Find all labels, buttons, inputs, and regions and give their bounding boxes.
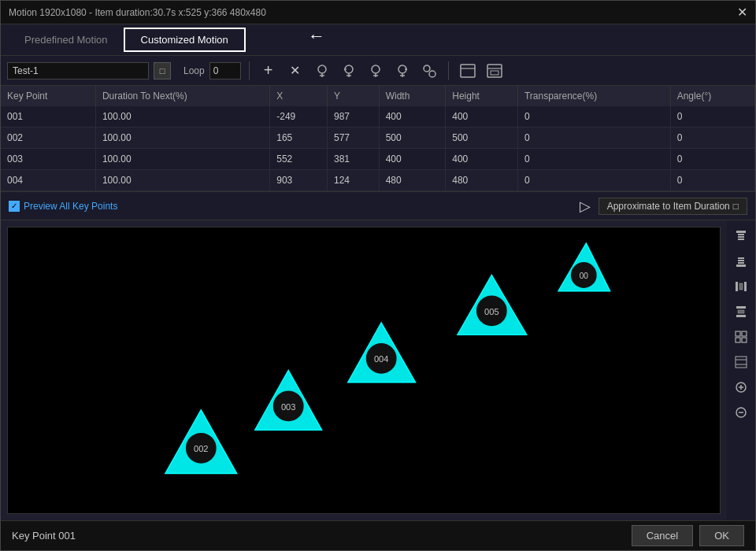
svg-point-7 xyxy=(372,65,380,73)
col-header-angle: Angle(°) xyxy=(670,86,754,106)
cancel-button[interactable]: Cancel xyxy=(632,525,693,546)
play-button[interactable]: ▷ xyxy=(580,198,591,215)
tool-btn-3[interactable] xyxy=(365,60,387,82)
bottom-bar: Key Point 001 Cancel OK xyxy=(1,520,755,550)
tool-btn-5[interactable] xyxy=(418,60,440,82)
title-text: Motion 1920x1080 - Item duration:30.7s x… xyxy=(9,7,266,18)
svg-rect-27 xyxy=(738,257,744,259)
main-area: 002 003 004 005 00 xyxy=(1,220,755,520)
tab-predefined[interactable]: Predefined Motion xyxy=(9,29,124,50)
svg-rect-20 xyxy=(491,71,498,75)
table-cell-width: 480 xyxy=(379,170,446,191)
col-header-duration: Duration To Next(%) xyxy=(95,86,269,106)
save-btn-2[interactable] xyxy=(484,60,506,82)
svg-rect-32 xyxy=(739,283,743,290)
table-cell-transparence: 0 xyxy=(517,128,670,149)
table-cell-y: 577 xyxy=(328,128,380,149)
tool-btn-2[interactable] xyxy=(338,60,360,82)
table-cell-y: 381 xyxy=(328,149,380,170)
side-btn-zoom-in[interactable] xyxy=(730,376,752,398)
svg-rect-30 xyxy=(736,282,738,291)
close-button[interactable]: ✕ xyxy=(737,5,747,20)
svg-rect-33 xyxy=(736,306,746,309)
title-bar: Motion 1920x1080 - Item duration:30.7s x… xyxy=(1,1,755,24)
table-cell-x: 552 xyxy=(270,149,328,170)
canvas-svg: 002 003 004 005 00 xyxy=(8,227,720,513)
loop-label: Loop xyxy=(183,65,205,76)
table-cell-keyPoint: 003 xyxy=(1,149,95,170)
svg-rect-24 xyxy=(738,236,744,238)
approximate-button[interactable]: Approximate to Item Duration □ xyxy=(598,198,747,215)
side-btn-grid2[interactable] xyxy=(730,351,752,373)
side-btn-grid[interactable] xyxy=(730,326,752,348)
table-cell-width: 400 xyxy=(379,106,446,128)
keypoints-table: Key Point Duration To Next(%) X Y Width … xyxy=(1,86,755,191)
tab-customized[interactable]: Customized Motion xyxy=(124,28,246,52)
col-header-height: Height xyxy=(446,86,518,106)
svg-rect-39 xyxy=(742,338,747,342)
preview-all-check[interactable]: ✓ Preview All Key Points xyxy=(9,201,117,212)
svg-rect-42 xyxy=(736,357,747,368)
svg-rect-38 xyxy=(736,338,740,342)
loop-input[interactable] xyxy=(209,62,241,80)
svg-rect-23 xyxy=(738,234,744,235)
clear-button[interactable]: □ xyxy=(154,62,171,80)
table-cell-x: -249 xyxy=(270,106,328,128)
table-row[interactable]: 001100.00-24998740040000 xyxy=(1,106,755,128)
preview-bar: ✓ Preview All Key Points ▷ Approximate t… xyxy=(1,192,755,220)
toolbar-row: □ Loop + ✕ xyxy=(1,56,755,86)
separator xyxy=(249,61,250,80)
delete-button[interactable]: ✕ xyxy=(284,60,306,82)
label-text-00: 00 xyxy=(580,272,589,280)
svg-rect-34 xyxy=(736,315,746,317)
table-cell-height: 480 xyxy=(446,170,518,191)
table-row[interactable]: 002100.0016557750050000 xyxy=(1,128,755,149)
table-cell-y: 124 xyxy=(328,170,380,191)
table-cell-keyPoint: 004 xyxy=(1,170,95,191)
side-btn-distribute-v[interactable] xyxy=(730,301,752,323)
table-row[interactable]: 003100.0055238140040000 xyxy=(1,149,755,170)
table-header-row: Key Point Duration To Next(%) X Y Width … xyxy=(1,86,755,106)
separator-2 xyxy=(448,61,449,80)
col-header-x: X xyxy=(270,86,328,106)
keypoints-table-container: Key Point Duration To Next(%) X Y Width … xyxy=(1,86,755,192)
label-text-005: 005 xyxy=(484,307,498,316)
bottom-buttons: Cancel OK xyxy=(632,525,744,546)
keypoint-status: Key Point 001 xyxy=(12,530,76,542)
table-cell-angle: 0 xyxy=(670,106,754,128)
add-button[interactable]: + xyxy=(258,60,280,82)
side-btn-zoom-out[interactable] xyxy=(730,401,752,423)
side-btn-align-top[interactable] xyxy=(730,225,752,247)
side-btn-distribute-h[interactable] xyxy=(730,276,752,298)
table-cell-duration: 100.00 xyxy=(95,128,269,149)
svg-rect-25 xyxy=(738,239,744,240)
arrow-icon: ← xyxy=(308,26,325,46)
table-cell-angle: 0 xyxy=(670,128,754,149)
col-header-y: Y xyxy=(328,86,380,106)
tool-btn-1[interactable] xyxy=(311,60,333,82)
table-cell-duration: 100.00 xyxy=(95,170,269,191)
svg-rect-35 xyxy=(738,310,744,313)
table-cell-transparence: 0 xyxy=(517,170,670,191)
table-row[interactable]: 004100.0090312448048000 xyxy=(1,170,755,191)
table-cell-width: 400 xyxy=(379,149,446,170)
approx-label: Approximate to Item Duration xyxy=(607,201,730,212)
ok-button[interactable]: OK xyxy=(699,525,744,546)
table-cell-keyPoint: 001 xyxy=(1,106,95,128)
svg-rect-26 xyxy=(736,264,746,267)
svg-rect-16 xyxy=(461,65,475,77)
table-cell-duration: 100.00 xyxy=(95,106,269,128)
side-panel xyxy=(727,220,755,520)
name-input[interactable] xyxy=(7,62,149,80)
save-btn-1[interactable] xyxy=(457,60,479,82)
svg-point-15 xyxy=(429,71,435,77)
svg-point-0 xyxy=(318,65,326,73)
svg-rect-36 xyxy=(736,331,740,336)
svg-point-14 xyxy=(424,65,430,72)
tool-btn-4[interactable] xyxy=(391,60,413,82)
table-cell-transparence: 0 xyxy=(517,106,670,128)
table-cell-angle: 0 xyxy=(670,170,754,191)
approx-icon: □ xyxy=(733,201,739,212)
side-btn-align-bottom[interactable] xyxy=(730,250,752,272)
label-text-002: 002 xyxy=(194,444,208,453)
